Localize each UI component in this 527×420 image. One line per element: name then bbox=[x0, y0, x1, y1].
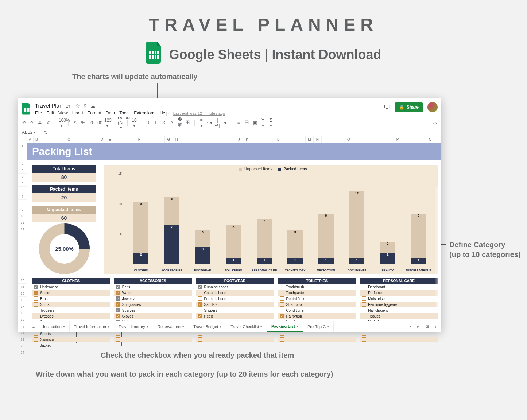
toolbar-btn[interactable]: .0 bbox=[88, 120, 94, 125]
list-item[interactable]: Deodorant bbox=[360, 284, 438, 290]
col-header[interactable]: C bbox=[40, 136, 98, 143]
checkbox[interactable] bbox=[362, 302, 366, 307]
toolbar-btn[interactable]: 田 bbox=[185, 120, 191, 126]
row-header[interactable]: 16 bbox=[18, 297, 27, 303]
checkbox[interactable] bbox=[362, 314, 366, 318]
toolbar-btn[interactable]: $ bbox=[72, 120, 78, 125]
col-header[interactable]: D bbox=[98, 136, 106, 143]
list-item[interactable] bbox=[196, 342, 274, 348]
checkbox[interactable] bbox=[34, 308, 38, 312]
checkbox[interactable] bbox=[34, 314, 38, 318]
checkbox[interactable] bbox=[198, 308, 202, 312]
toolbar-btn[interactable]: 123 ▾ bbox=[104, 118, 110, 128]
checkbox[interactable] bbox=[116, 296, 120, 301]
list-item[interactable]: Feminine hygiene bbox=[360, 302, 438, 307]
tab-scroll-left-icon[interactable]: ◂ bbox=[409, 324, 411, 329]
row-header[interactable]: 15 bbox=[18, 290, 27, 297]
checkbox[interactable] bbox=[116, 343, 120, 347]
menu-view[interactable]: View bbox=[58, 110, 68, 116]
list-item[interactable]: Casual shoes bbox=[196, 290, 274, 296]
checkbox[interactable] bbox=[362, 285, 366, 289]
col-header[interactable]: P bbox=[376, 136, 419, 143]
last-edit-text[interactable]: Last edit was 12 minutes ago bbox=[173, 111, 225, 116]
list-item[interactable]: Underwear bbox=[32, 284, 110, 290]
col-header[interactable]: K bbox=[243, 136, 251, 143]
sheet-tab[interactable]: Travel Itinerary▾ bbox=[114, 321, 153, 332]
sheet-tab[interactable]: Travel Checklist▾ bbox=[226, 321, 267, 332]
checkbox[interactable] bbox=[280, 314, 284, 318]
col-header[interactable]: A bbox=[27, 136, 34, 143]
comments-icon[interactable]: 🗨 bbox=[384, 104, 390, 111]
toolbar-btn[interactable]: ↕ ▾ bbox=[206, 120, 212, 125]
toolbar-btn[interactable]: 10 ▾ bbox=[131, 118, 137, 128]
toolbar-btn[interactable]: 100% ▾ bbox=[59, 118, 65, 128]
list-item[interactable]: Moisturiser bbox=[360, 296, 438, 302]
toolbar-btn[interactable]: S bbox=[161, 120, 167, 125]
toolbar-btn[interactable]: ▾ bbox=[222, 120, 228, 125]
cloud-icon[interactable]: ☁ bbox=[90, 103, 95, 109]
checkbox[interactable] bbox=[280, 308, 284, 312]
list-item[interactable] bbox=[196, 337, 274, 342]
share-button[interactable]: 🔒 Share bbox=[395, 102, 423, 112]
star-icon[interactable]: ☆ bbox=[75, 103, 80, 109]
tab-caret-icon[interactable]: ▾ bbox=[147, 325, 148, 328]
row-header[interactable]: 24 bbox=[18, 349, 27, 356]
row-header[interactable]: 23 bbox=[18, 343, 27, 349]
row-header[interactable]: 22 bbox=[18, 336, 27, 343]
col-header[interactable]: N bbox=[314, 136, 322, 143]
row-header[interactable]: 2 bbox=[18, 160, 27, 167]
account-avatar[interactable] bbox=[427, 102, 438, 112]
list-item[interactable]: Trousers bbox=[32, 307, 110, 313]
checkbox[interactable] bbox=[116, 314, 120, 318]
col-header[interactable]: B bbox=[34, 136, 40, 143]
toolbar-btn[interactable]: ⇔ bbox=[236, 120, 242, 125]
checkbox[interactable] bbox=[198, 285, 202, 289]
checkbox[interactable] bbox=[34, 343, 38, 347]
row-header[interactable]: 9 bbox=[18, 206, 27, 213]
row-header[interactable]: 18 bbox=[18, 310, 27, 316]
list-item[interactable]: Scarves bbox=[114, 307, 192, 313]
checkbox[interactable] bbox=[198, 314, 202, 318]
side-panel-icon[interactable]: ‹ bbox=[435, 324, 436, 329]
grid-area[interactable]: Packing List Total Items80Packed Items20… bbox=[27, 143, 441, 321]
checkbox[interactable] bbox=[34, 302, 38, 307]
checkbox[interactable] bbox=[280, 285, 284, 289]
add-sheet-button[interactable]: + bbox=[18, 324, 28, 329]
list-item[interactable] bbox=[360, 342, 438, 348]
col-header[interactable]: E bbox=[106, 136, 114, 143]
menu-tools[interactable]: Tools bbox=[119, 110, 129, 116]
checkbox[interactable] bbox=[198, 302, 202, 307]
row-header[interactable]: 13 bbox=[18, 277, 27, 284]
list-item[interactable]: Shampoo bbox=[278, 302, 356, 307]
checkbox[interactable] bbox=[280, 302, 284, 307]
col-header[interactable]: F bbox=[114, 136, 165, 143]
sheet-tab[interactable]: Travel Budget▾ bbox=[189, 321, 226, 332]
row-header[interactable]: 4 bbox=[18, 174, 27, 180]
checkbox[interactable] bbox=[198, 331, 202, 336]
checkbox[interactable] bbox=[280, 296, 284, 301]
sheet-tab[interactable]: Packing List▾ bbox=[267, 321, 303, 332]
checkbox[interactable] bbox=[34, 291, 38, 295]
checkbox[interactable] bbox=[198, 337, 202, 342]
list-item[interactable]: Jacket bbox=[32, 342, 110, 348]
menu-help[interactable]: Help bbox=[160, 110, 169, 116]
checkbox[interactable] bbox=[116, 302, 120, 307]
row-header[interactable]: 6 bbox=[18, 187, 27, 193]
tab-caret-icon[interactable]: ▾ bbox=[182, 325, 184, 328]
row-header[interactable]: 14 bbox=[18, 284, 27, 290]
toolbar-btn[interactable]: % bbox=[80, 120, 86, 125]
tab-caret-icon[interactable]: ▾ bbox=[220, 325, 221, 328]
toolbar-btn[interactable]: ↶ bbox=[21, 120, 27, 125]
move-icon[interactable]: ⎘ bbox=[84, 103, 86, 109]
list-item[interactable]: Sandals bbox=[196, 302, 274, 307]
list-item[interactable]: Perfume bbox=[360, 290, 438, 296]
checkbox[interactable] bbox=[198, 291, 202, 295]
sheet-tab[interactable]: Pre-Trip C▾ bbox=[303, 321, 334, 332]
checkbox[interactable] bbox=[280, 343, 284, 347]
list-item[interactable]: Slippers bbox=[196, 307, 274, 313]
row-header[interactable]: 5 bbox=[18, 180, 27, 187]
list-header[interactable]: TOILETRIES bbox=[278, 278, 356, 284]
checkbox[interactable] bbox=[280, 337, 284, 342]
list-item[interactable]: Bras bbox=[32, 296, 110, 302]
toolbar-btn[interactable]: Default (Ari... ▾ bbox=[118, 117, 124, 128]
